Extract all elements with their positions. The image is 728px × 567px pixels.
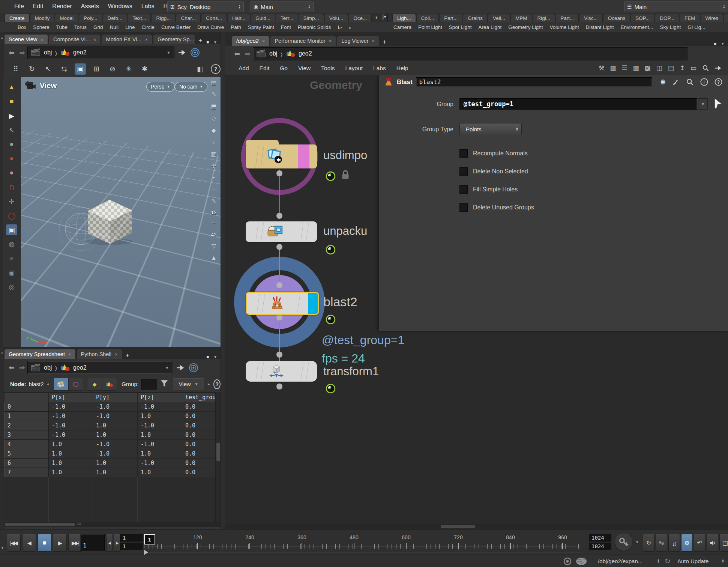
play-forward-button[interactable]: ▶ bbox=[53, 534, 67, 552]
red-ring-tool-icon[interactable]: ◯ bbox=[6, 210, 17, 221]
shelf-tool-area-light[interactable]: Area Light bbox=[475, 24, 505, 30]
shelf-tab[interactable]: Part... bbox=[439, 14, 462, 22]
cache-refresh-icon[interactable]: ↻ bbox=[643, 534, 654, 552]
curve-toggle-icon[interactable]: ~ bbox=[212, 186, 215, 193]
table-vertical-scrollbar[interactable] bbox=[215, 393, 221, 522]
value-cell[interactable]: 0.0 bbox=[182, 459, 215, 468]
view-pan-icon[interactable]: ⇆ bbox=[59, 63, 70, 75]
radar-link-icon[interactable] bbox=[189, 363, 198, 373]
shelf-tool-point-light[interactable]: Point Light bbox=[415, 24, 446, 30]
select-tool-icon[interactable]: ▶ bbox=[6, 110, 17, 121]
value-cell[interactable]: 1.0 bbox=[138, 468, 182, 477]
panel-icon[interactable]: ▭ bbox=[690, 64, 696, 72]
range-end-field[interactable]: 1024 bbox=[589, 534, 611, 541]
spinner-icon[interactable]: ▲▼ bbox=[308, 5, 311, 9]
shelf-tab[interactable]: Hair... bbox=[227, 14, 250, 22]
slider-handle[interactable] bbox=[144, 550, 148, 555]
shelf-tool-spray-paint[interactable]: Spray Paint bbox=[245, 24, 278, 30]
network-editor-canvas[interactable]: Geometry bbox=[225, 75, 728, 524]
environment-sphere-icon[interactable]: ◉ bbox=[6, 267, 17, 278]
toolbox-icon[interactable]: ⠿ bbox=[10, 63, 21, 75]
path-root[interactable]: obj bbox=[44, 364, 52, 371]
close-icon[interactable]: × bbox=[93, 37, 96, 42]
camera-view-icon[interactable]: ▣ bbox=[6, 224, 17, 235]
playhead-marker[interactable]: 1 bbox=[144, 534, 155, 544]
value-cell[interactable]: 1.0 bbox=[93, 468, 138, 477]
menu-assets[interactable]: Assets bbox=[77, 1, 104, 12]
value-cell[interactable]: -1.0 bbox=[49, 421, 93, 430]
table-row[interactable]: 0-1.0-1.0-1.00.0 bbox=[5, 402, 215, 412]
shelf-tab[interactable]: Part... bbox=[555, 14, 579, 22]
forward-icon[interactable]: ➡ bbox=[17, 363, 27, 372]
node-name-label[interactable]: unpacku bbox=[323, 224, 367, 238]
new-tab-icon[interactable]: + bbox=[196, 37, 205, 44]
brain-icon[interactable] bbox=[575, 555, 587, 567]
tab-geometry-sp-[interactable]: Geometry Sp...× bbox=[153, 34, 195, 44]
value-cell[interactable]: 0.0 bbox=[182, 430, 215, 440]
shelf-tab[interactable]: Model bbox=[55, 14, 78, 22]
scene-path-field[interactable]: obj › geo2 ▼ bbox=[27, 46, 174, 59]
menu-edit[interactable]: Edit bbox=[29, 1, 48, 12]
range-start-field[interactable]: 1 bbox=[120, 534, 143, 541]
pin-view-icon[interactable] bbox=[715, 65, 722, 71]
pin-icon[interactable] bbox=[177, 364, 185, 371]
shelf-grip-handle[interactable]: ⠿⠿ bbox=[380, 14, 386, 21]
shelf-tab[interactable]: Visc... bbox=[579, 14, 603, 22]
search-icon[interactable] bbox=[686, 78, 694, 86]
prims-mode-button[interactable]: ◆ bbox=[87, 378, 102, 391]
customize-icon[interactable]: ⚒ bbox=[599, 64, 604, 72]
set-key-button[interactable] bbox=[615, 534, 632, 551]
menu-labs[interactable]: Labs bbox=[137, 1, 159, 12]
value-cell[interactable]: -1.0 bbox=[138, 421, 182, 430]
value-cell[interactable]: 1.0 bbox=[93, 459, 138, 468]
value-cell[interactable]: -1.0 bbox=[138, 459, 182, 468]
shelf-tab[interactable]: Cro... bbox=[723, 14, 728, 22]
value-cell[interactable]: 1.0 bbox=[49, 459, 93, 468]
shelf-tab[interactable]: MPM bbox=[510, 14, 532, 22]
shaded-sphere-icon[interactable]: ◍ bbox=[6, 239, 17, 250]
funnel-icon[interactable] bbox=[160, 379, 168, 389]
table-horizontal-scrollbar[interactable]: ⠿⠿ bbox=[4, 522, 221, 527]
scrollbar-handle[interactable] bbox=[5, 523, 75, 526]
node-display-flag[interactable] bbox=[308, 293, 318, 314]
viewport-camera-icon[interactable]: ▣ bbox=[75, 63, 86, 75]
go-start-button[interactable]: |◀◀ bbox=[7, 534, 21, 552]
table-row[interactable]: 71.01.01.00.0 bbox=[5, 468, 215, 477]
value-cell[interactable]: 1.0 bbox=[138, 430, 182, 440]
shelf-tab[interactable]: Text... bbox=[128, 14, 151, 22]
node-comment-group[interactable]: @test_group=1 bbox=[322, 333, 404, 347]
shelf-tab[interactable]: Oce... bbox=[348, 14, 372, 22]
value-cell[interactable]: -1.0 bbox=[93, 402, 138, 412]
stop-button[interactable]: ■ bbox=[38, 534, 51, 552]
camera-selector[interactable]: No cam ▼ bbox=[175, 82, 207, 92]
value-cell[interactable]: 0.0 bbox=[182, 449, 215, 459]
path-dropdown-icon[interactable]: ▼ bbox=[167, 50, 171, 55]
value-cell[interactable]: 1.0 bbox=[93, 421, 138, 430]
shelf-tab[interactable]: FEM bbox=[680, 14, 700, 22]
playbar-collapse-icon[interactable]: ▼ bbox=[1, 546, 4, 550]
group-type-select[interactable]: Points ▲▼ bbox=[459, 123, 522, 135]
shelf-tab[interactable]: Rigg... bbox=[151, 14, 176, 22]
view-layout-icon[interactable]: ▤ bbox=[211, 79, 216, 86]
node-transform1[interactable] bbox=[246, 361, 317, 382]
pane-link-selector[interactable]: ◉ Main ▲▼ bbox=[251, 2, 314, 12]
back-icon[interactable]: ⬅ bbox=[6, 363, 17, 372]
value-cell[interactable]: 0.0 bbox=[182, 440, 215, 449]
tab-python-shell[interactable]: Python Shell× bbox=[77, 349, 122, 359]
jump-up-icon[interactable]: ↥ bbox=[680, 64, 685, 72]
translate-tool-icon[interactable]: ↖ bbox=[6, 125, 17, 135]
playbar-options-icon[interactable]: ◳ bbox=[719, 534, 728, 552]
vertices-mode-button[interactable]: ◯ bbox=[68, 378, 83, 391]
shelf-tool-platonic-solids[interactable]: Platonic Solids bbox=[294, 24, 335, 30]
table-row[interactable]: 51.0-1.01.00.0 bbox=[5, 449, 215, 459]
dot-toggle-icon[interactable]: • bbox=[213, 174, 215, 181]
zoom-box-icon[interactable]: ⊞ bbox=[91, 63, 102, 75]
lock-icon[interactable] bbox=[341, 170, 350, 182]
row-index-cell[interactable]: 1 bbox=[5, 412, 49, 421]
menu-render[interactable]: Render bbox=[48, 1, 76, 12]
path-root[interactable]: obj bbox=[44, 49, 52, 56]
shelf-tab[interactable]: Vell... bbox=[488, 14, 510, 22]
spinner-icon[interactable]: ▲▼ bbox=[723, 5, 725, 9]
annotate-icon[interactable]: ✎ bbox=[211, 91, 216, 98]
table-row[interactable]: 3-1.01.01.00.0 bbox=[5, 430, 215, 440]
